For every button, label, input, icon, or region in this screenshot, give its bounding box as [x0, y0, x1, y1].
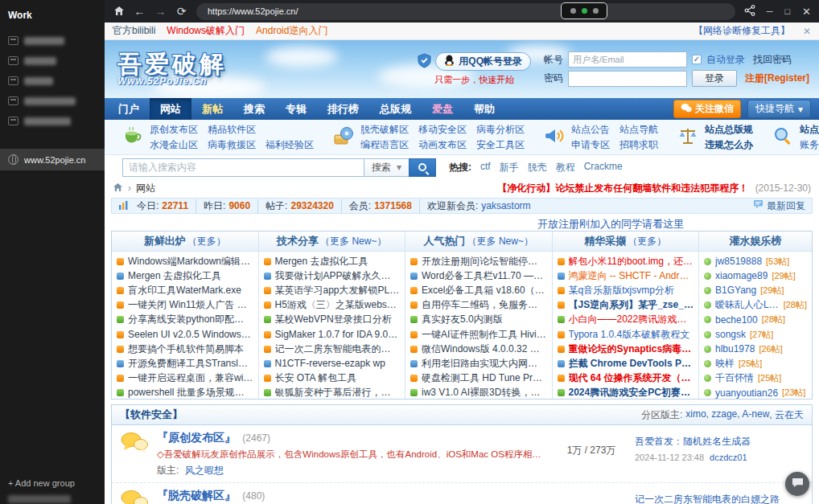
account-input[interactable]: [568, 51, 687, 68]
category-link[interactable]: 站点公告: [571, 123, 610, 137]
user-link[interactable]: hlbu1978: [715, 343, 755, 354]
thread-link[interactable]: 微信Windows版 4.0.0.32 多开&消息: [422, 342, 547, 356]
add-group-button[interactable]: + Add new group: [8, 478, 75, 488]
workspace-item-blurred[interactable]: [0, 31, 105, 51]
user-link[interactable]: yuanyoutian26: [715, 387, 778, 399]
user-link[interactable]: 千百怀情: [715, 371, 754, 385]
newest-member-link[interactable]: yaksastorm: [481, 200, 530, 211]
network-repair-tool-link[interactable]: 【网络诊断修复工具】: [693, 24, 790, 38]
quick-nav-button[interactable]: 快捷导航 ▾: [747, 100, 811, 118]
address-bar[interactable]: https://www.52pojie.cn/: [196, 3, 735, 20]
thread-link[interactable]: 分享离线安装python即配置深度学习: [128, 313, 253, 326]
category-link[interactable]: 安全工具区: [476, 138, 525, 152]
follow-wechat-button[interactable]: 关注微信: [673, 100, 741, 118]
login-button[interactable]: 登录: [692, 70, 737, 87]
qq-login-button[interactable]: 用QQ帐号登录: [435, 52, 531, 71]
hot-search-term[interactable]: 教程: [556, 161, 575, 174]
nav-tab[interactable]: 排行榜: [317, 98, 369, 120]
user-link[interactable]: songsk: [715, 329, 746, 340]
category-link[interactable]: 申请专区: [571, 138, 610, 152]
category-link[interactable]: 站点导航: [619, 123, 658, 137]
nav-tab[interactable]: 网站: [150, 98, 191, 120]
thread-link[interactable]: 长安 OTA 解包工具: [275, 371, 401, 385]
thread-link[interactable]: iw3 V1.0 AI裸眼3D转换，任意2D图: [422, 386, 547, 399]
thread-link[interactable]: 重做论坛的Synaptics病毒修复工具: [569, 342, 694, 356]
thread-link[interactable]: 2024腾讯游戏安全PC初赛复现: [569, 386, 694, 399]
category-link[interactable]: 水漫金山区: [150, 138, 198, 152]
workspace-item-52pojie[interactable]: www.52pojie.cn: [0, 149, 105, 170]
site-logo[interactable]: 吾爱破解 Www.52PoJie.Cn: [117, 51, 227, 87]
workspace-item-blurred[interactable]: [0, 91, 105, 111]
thread-link[interactable]: 利用老旧路由实现大内网路由器由: [422, 357, 547, 371]
panel-more-link[interactable]: （更多）: [628, 235, 666, 248]
workspace-item-blurred[interactable]: [0, 111, 105, 131]
thread-link[interactable]: 鸿蒙逆向 -- SHCTF - Android？Har: [569, 269, 694, 283]
thread-link[interactable]: SigMaker 1.0.7 for IDA 9.0.240925: [275, 329, 401, 340]
search-button[interactable]: [409, 158, 436, 177]
moderator-link[interactable]: ximo: [685, 408, 706, 422]
forum-name-link[interactable]: 『原创发布区』: [157, 431, 236, 444]
thread-link[interactable]: 【JS逆向系列】某乎_zse_ck参数逆: [569, 298, 694, 312]
user-link[interactable]: B1GYang: [715, 285, 756, 296]
thread-link[interactable]: Word必备工具栏v11.70 ——支持Off: [422, 269, 547, 283]
breadcrumb-current[interactable]: 网站: [136, 182, 155, 195]
nav-tab[interactable]: 门户: [108, 98, 150, 120]
last-post-user[interactable]: dczdcz01: [710, 453, 747, 462]
moderator-link[interactable]: zzage: [706, 408, 738, 422]
notice-link[interactable]: Windows破解入门: [167, 25, 245, 36]
notice-close-icon[interactable]: ✕: [803, 26, 811, 37]
panel-more-link[interactable]: （更多 New~）: [467, 235, 533, 248]
category-link[interactable]: 病毒救援区: [208, 138, 256, 152]
back-icon[interactable]: ←: [134, 6, 146, 17]
thread-link[interactable]: H5游戏〈三〉之某版websocket补全问: [275, 298, 401, 312]
panel-more-link[interactable]: （更多）: [187, 235, 226, 248]
thread-link[interactable]: 一键开启远程桌面，兼容win10: [128, 371, 253, 385]
user-link[interactable]: jw8519888: [715, 256, 762, 267]
user-link[interactable]: beche100: [715, 314, 758, 326]
thread-link[interactable]: Typora 1.0.4版本破解教程文: [569, 328, 694, 342]
thread-link[interactable]: Seelen UI v2.0.5 Windows桌面定制: [128, 328, 253, 342]
home-icon[interactable]: [113, 6, 125, 18]
minimize-icon[interactable]: ─: [767, 6, 773, 16]
thread-link[interactable]: Mergen 去虚拟化工具: [275, 255, 401, 268]
hot-search-term[interactable]: ctf: [480, 161, 491, 174]
workspace-item-blurred[interactable]: [0, 71, 105, 91]
thread-link[interactable]: 硬盘检测工具 HD Tune Pro 6.10 简体: [422, 371, 547, 385]
category-link[interactable]: 福利经验区: [265, 138, 314, 152]
hot-search-term[interactable]: 新手: [500, 161, 519, 174]
hot-search-term[interactable]: 脱壳: [528, 161, 547, 174]
thread-link[interactable]: 盲水印工具WaterMark.exe: [128, 284, 253, 297]
auto-login-checkbox[interactable]: ✓: [692, 55, 702, 64]
workspace-item-blurred[interactable]: [0, 51, 105, 71]
thread-link[interactable]: 想要搞个手机软件简易脚本: [128, 342, 253, 356]
hot-search-term[interactable]: Crackme: [584, 161, 623, 174]
thread-link[interactable]: 开源免费翻译工具STranslate v1.2.7.1: [128, 357, 253, 371]
auto-login-label[interactable]: 自动登录: [706, 53, 745, 67]
close-icon[interactable]: ✕: [802, 6, 811, 18]
moderator-link[interactable]: 云在天: [769, 408, 804, 422]
notice-link[interactable]: Android逆向入门: [256, 25, 327, 36]
search-scope-select[interactable]: 搜索 ▾: [364, 158, 409, 177]
category-link[interactable]: 编程语言区: [360, 138, 409, 152]
category-link[interactable]: 站点帮助: [800, 123, 819, 137]
password-input[interactable]: [568, 71, 687, 87]
thread-link[interactable]: 真实好友5.0内测版: [422, 313, 547, 326]
thread-link[interactable]: 开放注册期间论坛智能停登到、QQ登: [422, 255, 547, 268]
thread-link[interactable]: 我要做计划APP破解永久会员功能: [275, 269, 401, 283]
thread-link[interactable]: 银狐新变种于幕后潜行，暗启后门迷: [275, 386, 401, 399]
share-icon[interactable]: [744, 5, 756, 18]
category-link[interactable]: 移动安全区: [418, 123, 467, 137]
category-link[interactable]: 动画发布区: [418, 138, 467, 152]
category-link[interactable]: 招聘求职: [619, 138, 658, 152]
nav-tab[interactable]: 帮助: [463, 98, 505, 120]
nav-tab[interactable]: 爱盘: [422, 98, 463, 120]
moderator-link[interactable]: 风之暇想: [185, 465, 224, 476]
thread-link[interactable]: N1CTF-reverse-ezapk wp: [275, 358, 401, 369]
nav-tab[interactable]: 总版规: [369, 98, 422, 120]
thread-link[interactable]: 自用停车二维码，免服务器，可回调: [422, 298, 547, 312]
thread-link[interactable]: Excel必备工具箱 v18.60（附带工具箱: [422, 284, 547, 297]
thread-link[interactable]: 一键AI证件照制作工具 HivisionIDPh: [422, 328, 547, 342]
category-link[interactable]: 精品软件区: [208, 123, 256, 137]
latest-reply-link[interactable]: 最新回复: [754, 199, 805, 213]
registration-note-link[interactable]: 开放注册刚加入的同学请看这里: [537, 218, 684, 230]
